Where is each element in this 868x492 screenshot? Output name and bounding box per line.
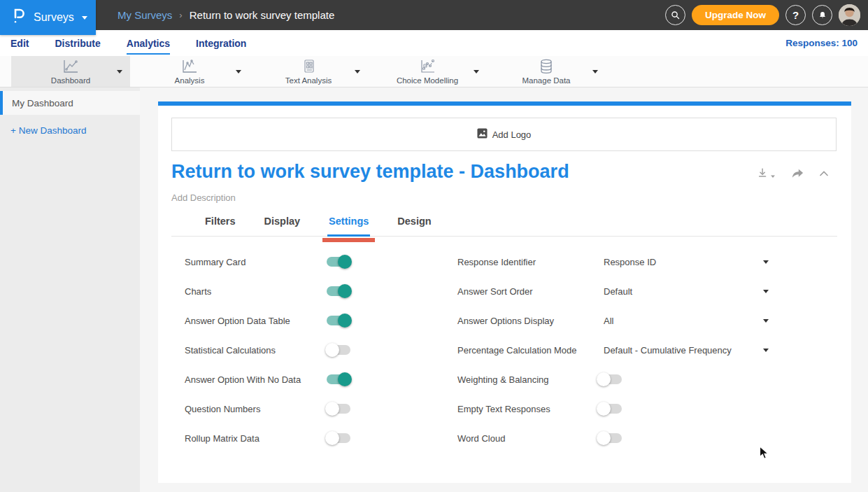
weighting-balancing-toggle[interactable] <box>598 374 622 384</box>
answer-options-display-value[interactable]: All <box>604 316 613 326</box>
chevron-down-icon[interactable] <box>592 70 598 73</box>
nav-item-distribute[interactable]: Distribute <box>55 32 100 55</box>
setting-row-rollup-matrix-data: Rollup Matrix Data <box>185 423 422 453</box>
setting-row-answer-options-display: Answer Options Display All <box>457 306 841 335</box>
dashboard-sidebar: My Dashboard + New Dashboard <box>0 87 140 492</box>
toolbar-item-label: Manage Data <box>522 76 570 85</box>
new-dashboard-button[interactable]: + New Dashboard <box>10 125 140 136</box>
nav-item-analytics[interactable]: Analytics <box>127 32 170 55</box>
tab-settings[interactable]: Settings <box>327 214 370 236</box>
tab-design[interactable]: Design <box>396 214 432 236</box>
image-icon <box>477 128 488 141</box>
top-header: My Surveys › Return to work survey templ… <box>0 0 868 30</box>
product-name: Surveys <box>34 11 74 24</box>
active-tab-underline <box>327 234 370 237</box>
toolbar-item-text-analysis[interactable]: Text Analysis <box>249 56 368 87</box>
chevron-down-icon[interactable] <box>474 70 479 73</box>
answer-sort-order-value[interactable]: Default <box>604 286 632 297</box>
toolbar-item-analysis[interactable]: Analysis <box>130 56 249 87</box>
chevron-down-icon[interactable] <box>117 70 122 73</box>
setting-row-word-cloud: Word Cloud <box>457 423 841 453</box>
setting-row-percentage-calculation-mode: Percentage Calculation Mode Default - Cu… <box>457 335 841 365</box>
chevron-down-icon[interactable] <box>763 319 769 323</box>
setting-row-response-identifier: Response Identifier Response ID <box>457 247 841 276</box>
statistical-calculations-toggle[interactable] <box>327 345 350 355</box>
upgrade-now-button[interactable]: Upgrade Now <box>692 5 779 25</box>
help-icon[interactable]: ? <box>785 5 806 25</box>
tab-display[interactable]: Display <box>263 214 302 236</box>
setting-row-answer-sort-order: Answer Sort Order Default <box>457 276 841 306</box>
dashboard-title-actions <box>757 167 829 180</box>
empty-text-responses-toggle[interactable] <box>598 404 622 414</box>
answer-option-with-no-data-toggle[interactable] <box>327 374 350 384</box>
avatar[interactable] <box>839 4 860 26</box>
content-accent-bar <box>158 101 851 106</box>
add-logo-dropzone[interactable]: Add Logo <box>171 118 837 151</box>
setting-row-statistical-calculations: Statistical Calculations <box>185 335 422 365</box>
survey-section-nav: Edit Distribute Analytics Integration Re… <box>0 30 868 56</box>
word-cloud-toggle[interactable] <box>598 433 622 443</box>
nav-item-edit[interactable]: Edit <box>10 32 29 55</box>
rollup-matrix-data-toggle[interactable] <box>327 433 350 443</box>
chevron-down-icon[interactable] <box>763 260 769 264</box>
settings-column-left: Summary Card Charts Answer Option Data T… <box>185 247 422 453</box>
percentage-calculation-mode-value[interactable]: Default - Cumulative Frequency <box>604 345 732 356</box>
sidebar-item-label: My Dashboard <box>12 98 73 108</box>
chevron-down-icon[interactable] <box>236 70 241 73</box>
chevron-down-icon[interactable] <box>355 70 360 73</box>
red-annotation-marker <box>322 238 375 242</box>
breadcrumb-my-surveys[interactable]: My Surveys <box>118 9 172 21</box>
add-description-placeholder[interactable]: Add Description <box>171 192 236 203</box>
setting-row-answer-option-data-table: Answer Option Data Table <box>185 306 422 335</box>
toolbar-item-manage-data[interactable]: Manage Data <box>487 56 606 87</box>
settings-column-right: Response Identifier Response ID Answer S… <box>457 247 841 453</box>
setting-row-question-numbers: Question Numbers <box>185 394 422 423</box>
dashboard-content-panel: Add Logo Return to work survey template … <box>158 101 851 483</box>
setting-row-charts: Charts <box>185 276 422 306</box>
search-icon[interactable] <box>665 5 685 25</box>
setting-row-empty-text-responses: Empty Text Responses <box>457 394 841 423</box>
questionpro-p-icon <box>12 8 26 27</box>
header-actions: Upgrade Now ? <box>665 0 860 30</box>
dashboard-chart-icon <box>62 58 80 75</box>
app-logo-block[interactable]: Surveys <box>0 0 96 35</box>
question-numbers-toggle[interactable] <box>327 404 350 414</box>
chevron-down-icon <box>82 16 87 20</box>
chevron-down-icon[interactable] <box>763 349 769 352</box>
toolbar-item-label: Analysis <box>175 76 205 85</box>
sidebar-item-my-dashboard[interactable]: My Dashboard <box>0 91 140 115</box>
summary-card-toggle[interactable] <box>327 257 350 267</box>
chevron-down-icon[interactable] <box>763 290 769 293</box>
toolbar-item-label: Dashboard <box>51 76 90 85</box>
charts-toggle[interactable] <box>327 286 350 296</box>
breadcrumb-separator: › <box>179 10 182 20</box>
settings-tab-bar: Filters Display Settings Design <box>171 214 837 237</box>
breadcrumb-current-survey: Return to work survey template <box>190 9 335 21</box>
toolbar-item-choice-modelling[interactable]: Choice Modelling <box>368 56 487 87</box>
toolbar-item-dashboard[interactable]: Dashboard <box>11 56 130 87</box>
responses-count[interactable]: Responses: 100 <box>785 30 858 56</box>
choice-modelling-icon <box>418 58 436 75</box>
dashboard-title[interactable]: Return to work survey template - Dashboa… <box>171 161 569 183</box>
bell-icon[interactable] <box>812 5 832 25</box>
collapse-icon[interactable] <box>819 170 829 177</box>
analytics-toolbar: Dashboard Analysis Text Analysis <box>0 56 868 87</box>
add-logo-label: Add Logo <box>492 129 532 140</box>
share-icon[interactable] <box>790 167 804 180</box>
breadcrumb: My Surveys › Return to work survey templ… <box>118 0 334 30</box>
download-icon[interactable] <box>757 167 776 180</box>
setting-row-summary-card: Summary Card <box>185 247 422 276</box>
toolbar-item-label: Choice Modelling <box>397 76 458 85</box>
nav-item-integration[interactable]: Integration <box>196 32 246 55</box>
tab-filters[interactable]: Filters <box>204 214 237 236</box>
toolbar-item-label: Text Analysis <box>285 76 332 85</box>
analysis-chart-icon <box>180 58 199 75</box>
response-identifier-value[interactable]: Response ID <box>604 257 656 267</box>
text-analysis-icon <box>301 58 316 75</box>
setting-row-weighting-balancing: Weighting & Balancing <box>457 365 841 394</box>
answer-option-data-table-toggle[interactable] <box>327 316 350 325</box>
setting-row-answer-option-with-no-data: Answer Option With No Data <box>185 365 422 394</box>
database-icon <box>538 58 555 75</box>
